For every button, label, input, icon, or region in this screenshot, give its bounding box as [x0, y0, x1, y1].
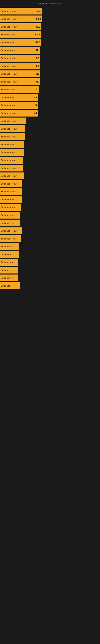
bar-fill: Bottleneck result [0, 172, 24, 179]
bar-fill: Bottleneck result [0, 196, 22, 203]
bar-value: 50 [35, 104, 38, 107]
bar-label: Bottleneck re [1, 222, 14, 224]
bar-fill: Bottleneck result [0, 164, 23, 172]
bar-label: Bottleneck result [1, 175, 17, 177]
bar-fill: Bottleneck result52.6 [0, 39, 41, 46]
bar-fill: Bottleneck result49 [0, 94, 38, 101]
bar-row: Bottleneck result [0, 133, 100, 140]
bar-label: Bottleneck res [1, 238, 15, 240]
bar-label: Bottleneck re [1, 284, 14, 287]
bar-label: Bottleneck result [1, 190, 17, 193]
bar-fill: Bottleneck result [0, 157, 23, 164]
bar-row: Bottleneck resu [0, 204, 100, 211]
bar-row: Bottleneck result52. [0, 54, 100, 62]
bar-label: Bottleneck r [1, 245, 12, 248]
bar-row: Bottleneck result52.8 [0, 23, 100, 30]
bar-value: 52.8 [36, 25, 40, 28]
bar-value: 53.5 [37, 10, 41, 12]
bar-row: Bottleneck result53.5 [0, 8, 100, 15]
bar-fill: Bottleneck result [0, 149, 24, 156]
bar-fill: Bottleneck result [0, 180, 22, 187]
bar-label: Bottleneck result [1, 34, 17, 36]
bar-fill: Bottleneck result52. [0, 55, 40, 62]
bar-fill: Bottleneck re [0, 282, 20, 289]
bar-label: Bottleneck result [1, 112, 17, 114]
bar-fill: Bottleneck re [0, 220, 20, 226]
bar-fill: Bottleneck r [0, 251, 19, 258]
bar-row: Bottleneck result [0, 117, 100, 124]
bar-row: Bottleneck result49 [0, 110, 100, 117]
bar-label: Bottleneck result [1, 88, 17, 91]
bar-row: Bottleneck result51. [0, 70, 100, 78]
bar-row: Bottleneck res [0, 235, 100, 242]
bar-label: Bottleneck result [1, 49, 17, 52]
bar-label: Bottleneck result [1, 159, 17, 162]
bar-row: Bottleneck v [0, 258, 100, 266]
bar-row: Bottleneck result [0, 227, 100, 234]
bar-row: Bottleneck result52. [0, 62, 100, 70]
bar-row: Bottleneck result [0, 149, 100, 156]
bar-fill: Bottleneck result [0, 228, 22, 234]
bar-fill: Bottleneck resu [0, 204, 21, 211]
bar-value: 51 [36, 88, 38, 91]
bar-value: 52. [36, 64, 40, 68]
bar-row: Bottleneck result [0, 125, 100, 132]
bar-row: Bottleneck re [0, 219, 100, 226]
bar-row: Bottleneck result [0, 164, 100, 172]
bar-row: Bottleneck result49 [0, 94, 100, 101]
bar-label: Bottleneck result [1, 73, 17, 75]
bar-row: Bottleneck result [0, 180, 100, 187]
bar-row: Bottleneck r [0, 243, 100, 250]
bar-label: Bottleneck result [1, 65, 17, 67]
bar-fill: Bottleneck result [0, 126, 25, 132]
bar-row: Bottleneck re [0, 282, 100, 290]
bar-fill: Bottleneck result [0, 133, 25, 140]
bar-label: Bottleneck result [1, 128, 17, 130]
bar-value: 51. [35, 80, 39, 83]
bar-label: Bottleneck result [1, 26, 17, 28]
bar-row: Bottleneck n [0, 274, 100, 282]
bar-row: Bottleneck r [0, 251, 100, 258]
bar-row: Bottleneck [0, 266, 100, 274]
bar-fill: Bottleneck result51 [0, 86, 39, 93]
bar-fill: Bottleneck re [0, 212, 20, 218]
bar-label: Bottleneck result [1, 80, 17, 83]
bar-fill: Bottleneck result51. [0, 78, 40, 85]
bar-value: 52.6 [35, 41, 40, 44]
bar-fill: Bottleneck result51. [0, 47, 40, 54]
bar-row: Bottleneck result [0, 156, 100, 164]
bar-fill: Bottleneck result [0, 141, 24, 148]
bar-fill: Bottleneck result52.8 [0, 23, 41, 30]
bar-fill: Bottleneck r [0, 243, 19, 250]
bar-row: Bottleneck result51. [0, 78, 100, 85]
bar-fill: Bottleneck n [0, 274, 18, 281]
bar-fill: Bottleneck result [0, 118, 26, 124]
bar-label: Bottleneck result [1, 104, 17, 106]
bar-value: 51. [35, 49, 39, 52]
bar-fill: Bottleneck result [0, 188, 22, 195]
bar-fill: Bottleneck v [0, 259, 18, 266]
bar-fill: Bottleneck result53.5 [0, 8, 42, 14]
bar-label: Bottleneck result [1, 230, 17, 232]
bar-label: Bottleneck result [1, 167, 17, 169]
bar-fill: Bottleneck [0, 267, 18, 274]
bar-label: Bottleneck result [1, 120, 17, 122]
bar-row: Bottleneck result [0, 188, 100, 195]
bar-value: 51. [35, 72, 39, 75]
bar-fill: Bottleneck result52.4 [0, 31, 41, 38]
bar-row: Bottleneck result51 [0, 86, 100, 93]
bar-label: Bottleneck [1, 269, 11, 271]
bar-row: Bottleneck result [0, 196, 100, 203]
bar-fill: Bottleneck result53.3 [0, 16, 42, 22]
bar-label: Bottleneck r [1, 253, 12, 256]
bars-container: Bottleneck result53.5Bottleneck result53… [0, 6, 100, 291]
header: TheBottlenecker.com [0, 0, 100, 6]
bar-fill: Bottleneck result51. [0, 70, 40, 77]
bar-label: Bottleneck n [1, 277, 13, 279]
bar-row: Bottleneck result [0, 172, 100, 180]
bar-label: Bottleneck result [1, 151, 17, 154]
bar-label: Bottleneck result [1, 96, 17, 98]
bar-label: Bottleneck v [1, 261, 13, 264]
bar-row: Bottleneck result52.4 [0, 31, 100, 38]
bar-row: Bottleneck result53.3 [0, 15, 100, 22]
